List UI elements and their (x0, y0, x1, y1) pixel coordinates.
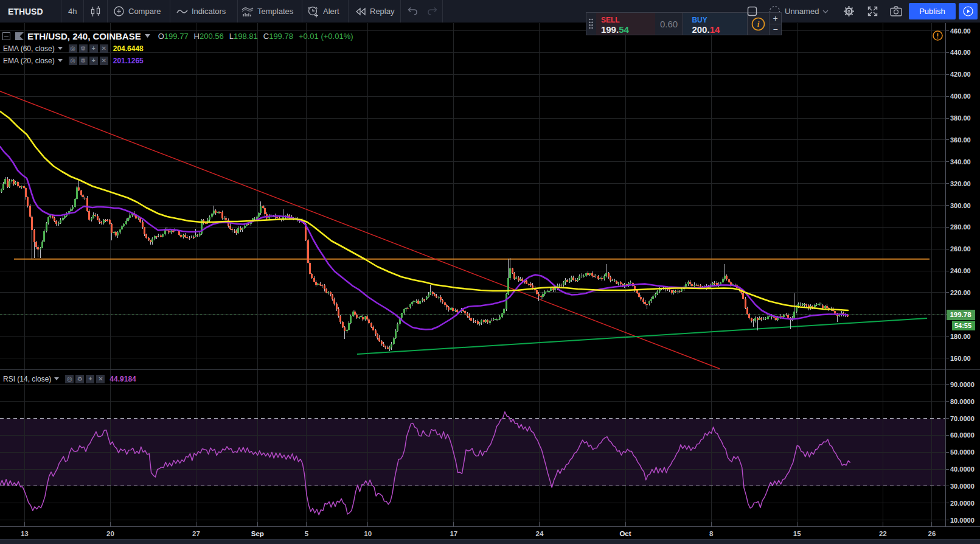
svg-text:220.00: 220.00 (950, 289, 971, 296)
svg-text:460.00: 460.00 (950, 27, 971, 35)
svg-text:50.0000: 50.0000 (950, 448, 975, 456)
svg-text:24: 24 (536, 530, 544, 537)
svg-text:13: 13 (21, 530, 29, 537)
svg-text:420.00: 420.00 (950, 71, 971, 78)
svg-text:260.00: 260.00 (950, 245, 971, 253)
svg-text:22: 22 (879, 530, 887, 537)
svg-text:240.00: 240.00 (950, 267, 971, 274)
svg-text:40.0000: 40.0000 (950, 466, 975, 473)
svg-text:54:55: 54:55 (954, 322, 971, 329)
svg-text:10.0000: 10.0000 (950, 517, 975, 524)
svg-text:70.0000: 70.0000 (950, 415, 975, 422)
svg-text:15: 15 (793, 530, 801, 537)
svg-text:Oct: Oct (619, 530, 631, 537)
svg-text:180.00: 180.00 (950, 333, 971, 340)
svg-text:60.0000: 60.0000 (950, 431, 975, 439)
svg-text:10: 10 (364, 530, 372, 537)
svg-text:30.0000: 30.0000 (950, 483, 975, 490)
svg-text:17: 17 (450, 530, 457, 537)
svg-text:Sep: Sep (251, 530, 264, 537)
svg-text:280.00: 280.00 (950, 223, 971, 231)
svg-text:26: 26 (928, 530, 936, 537)
svg-text:300.00: 300.00 (950, 202, 971, 209)
svg-text:80.0000: 80.0000 (950, 398, 975, 405)
svg-text:400.00: 400.00 (950, 92, 971, 100)
svg-text:20.0000: 20.0000 (950, 500, 975, 507)
svg-text:380.00: 380.00 (950, 114, 971, 122)
svg-text:8: 8 (709, 530, 714, 537)
svg-text:i: i (757, 19, 760, 29)
svg-text:360.00: 360.00 (950, 136, 971, 144)
svg-text:5: 5 (305, 530, 309, 537)
svg-text:27: 27 (192, 530, 200, 537)
svg-text:160.00: 160.00 (950, 355, 971, 362)
svg-text:320.00: 320.00 (950, 180, 971, 187)
svg-text:20: 20 (106, 530, 114, 537)
svg-text:199.78: 199.78 (950, 311, 971, 318)
svg-text:90.0000: 90.0000 (950, 381, 975, 388)
svg-text:440.00: 440.00 (950, 49, 971, 56)
svg-text:340.00: 340.00 (950, 158, 971, 166)
